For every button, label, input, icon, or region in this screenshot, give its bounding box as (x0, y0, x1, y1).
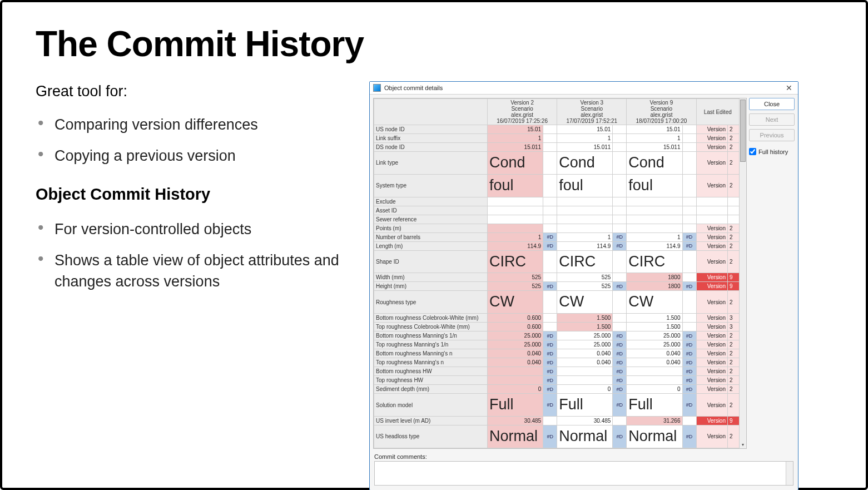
flag-cell[interactable]: #D (682, 349, 696, 358)
value-cell[interactable] (488, 376, 543, 385)
scroll-down-icon[interactable]: ▾ (740, 442, 746, 448)
value-cell[interactable]: 15.01 (557, 125, 613, 134)
value-cell[interactable]: 1 (557, 232, 613, 241)
flag-cell[interactable] (682, 314, 696, 323)
row-header[interactable]: Link suffix (374, 134, 488, 143)
flag-cell[interactable] (682, 273, 696, 282)
last-edited-version-cell[interactable]: 2 (728, 125, 740, 134)
value-cell[interactable]: Cond (557, 152, 613, 175)
flag-cell[interactable]: #D (682, 358, 696, 367)
value-cell[interactable]: CIRC (627, 250, 682, 273)
table-row[interactable]: Exclude (374, 197, 740, 206)
last-edited-cell[interactable]: Version (696, 358, 728, 367)
value-cell[interactable] (557, 197, 613, 206)
flag-cell[interactable]: #D (613, 367, 627, 376)
flag-cell[interactable] (613, 125, 627, 134)
last-edited-cell[interactable] (696, 215, 728, 224)
value-cell[interactable]: Cond (627, 152, 682, 175)
last-edited-cell[interactable] (696, 206, 728, 215)
table-row[interactable]: Top roughness Manning's 1/n25.000#D25.00… (374, 340, 740, 349)
row-header[interactable]: Points (m) (374, 224, 488, 232)
row-header[interactable]: Top roughness Manning's 1/n (374, 340, 488, 349)
flag-cell[interactable]: #D (613, 385, 627, 394)
value-cell[interactable]: 1 (627, 134, 682, 143)
last-edited-cell[interactable]: Version (696, 125, 728, 134)
flag-cell[interactable]: #D (613, 340, 627, 349)
value-cell[interactable] (557, 206, 613, 215)
value-cell[interactable]: 1 (488, 232, 543, 241)
flag-cell[interactable] (543, 291, 557, 314)
flag-cell[interactable]: #D (682, 282, 696, 291)
flag-cell[interactable]: #D (543, 367, 557, 376)
close-icon[interactable]: ✕ (783, 83, 795, 92)
flag-cell[interactable]: #D (543, 394, 557, 417)
last-edited-cell[interactable]: Version (696, 331, 728, 340)
last-edited-cell[interactable]: Version (696, 416, 728, 425)
value-cell[interactable] (557, 376, 613, 385)
commit-comments-textarea[interactable] (374, 461, 793, 486)
last-edited-cell[interactable]: Version (696, 349, 728, 358)
next-button[interactable]: Next (749, 113, 795, 126)
flag-cell[interactable] (613, 134, 627, 143)
last-edited-cell[interactable]: Version (696, 143, 728, 152)
flag-cell[interactable] (543, 323, 557, 331)
value-cell[interactable]: foul (488, 174, 543, 197)
flag-cell[interactable] (543, 134, 557, 143)
value-cell[interactable]: 15.011 (557, 143, 613, 152)
flag-cell[interactable]: #D (543, 241, 557, 250)
value-cell[interactable]: 1.500 (557, 314, 613, 323)
value-cell[interactable]: 25.000 (488, 331, 543, 340)
last-edited-version-cell[interactable]: 2 (728, 232, 740, 241)
value-cell[interactable]: Full (627, 394, 682, 417)
value-cell[interactable]: 525 (557, 273, 613, 282)
value-cell[interactable]: 114.9 (557, 241, 613, 250)
value-cell[interactable] (627, 206, 682, 215)
table-row[interactable]: US node ID15.0115.0115.01Version2 (374, 125, 740, 134)
flag-cell[interactable] (682, 224, 696, 232)
last-edited-cell[interactable]: Version (696, 152, 728, 175)
row-header[interactable]: Top roughness HW (374, 376, 488, 385)
row-header[interactable]: Top roughness Colebrook-White (mm) (374, 323, 488, 331)
row-header[interactable]: Link type (374, 152, 488, 175)
value-cell[interactable]: foul (557, 174, 613, 197)
row-header[interactable]: Number of barrels (374, 232, 488, 241)
value-cell[interactable]: CW (488, 291, 543, 314)
last-edited-cell[interactable]: Version (696, 134, 728, 143)
value-cell[interactable]: 1800 (627, 273, 682, 282)
value-cell[interactable]: 0.040 (488, 349, 543, 358)
value-cell[interactable] (627, 224, 682, 232)
last-edited-cell[interactable]: Version (696, 241, 728, 250)
full-history-input[interactable] (749, 148, 756, 155)
value-cell[interactable]: 1.500 (627, 323, 682, 331)
value-cell[interactable]: 0 (488, 385, 543, 394)
value-cell[interactable]: 114.9 (488, 241, 543, 250)
flag-cell[interactable] (613, 416, 627, 425)
value-cell[interactable]: 1 (488, 134, 543, 143)
last-edited-cell[interactable]: Version (696, 314, 728, 323)
last-edited-version-cell[interactable]: 2 (728, 241, 740, 250)
row-header[interactable]: Height (mm) (374, 282, 488, 291)
row-header[interactable]: Shape ID (374, 250, 488, 273)
last-edited-version-cell[interactable] (728, 215, 740, 224)
last-edited-version-cell[interactable] (728, 206, 740, 215)
flag-cell[interactable]: #D (543, 385, 557, 394)
flag-cell[interactable] (543, 314, 557, 323)
value-cell[interactable]: CW (627, 291, 682, 314)
flag-cell[interactable] (613, 323, 627, 331)
row-header[interactable]: Solution model (374, 394, 488, 417)
last-edited-version-cell[interactable]: 2 (728, 174, 740, 197)
value-cell[interactable]: 15.011 (627, 143, 682, 152)
flag-cell[interactable]: #D (682, 331, 696, 340)
value-cell[interactable]: CW (557, 291, 613, 314)
flag-cell[interactable] (543, 215, 557, 224)
flag-cell[interactable] (613, 152, 627, 175)
dialog-titlebar[interactable]: Object commit details ✕ (370, 82, 798, 95)
flag-cell[interactable] (682, 291, 696, 314)
flag-cell[interactable]: #D (682, 385, 696, 394)
value-cell[interactable]: Normal (488, 425, 543, 448)
flag-cell[interactable]: #D (682, 241, 696, 250)
flag-cell[interactable] (543, 174, 557, 197)
table-row[interactable]: Points (m)Version2 (374, 224, 740, 232)
last-edited-version-cell[interactable]: 2 (728, 394, 740, 417)
value-cell[interactable] (488, 197, 543, 206)
